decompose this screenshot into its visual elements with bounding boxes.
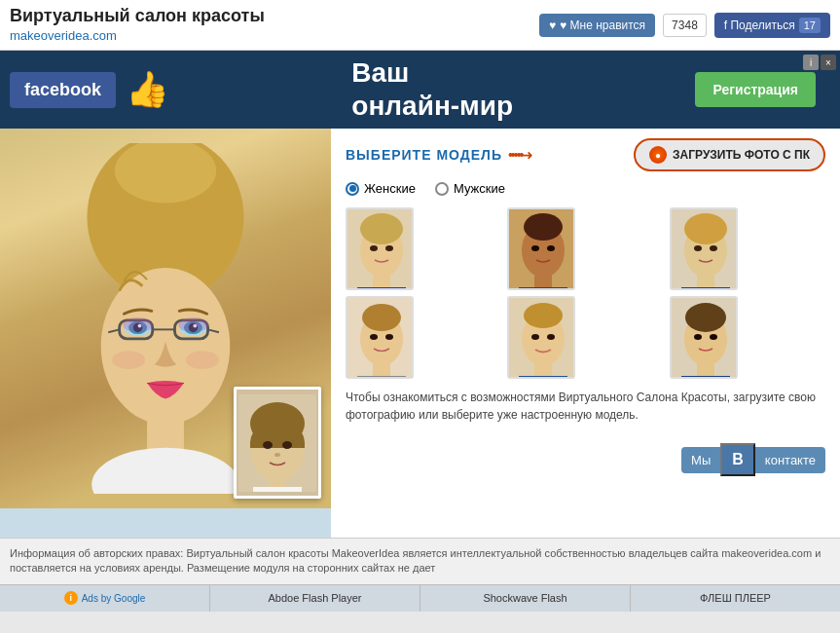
svg-point-48	[710, 245, 717, 251]
upload-circle-icon: ●	[649, 146, 667, 164]
info-icon: i	[810, 57, 812, 68]
model-thumb-3[interactable]	[670, 207, 738, 290]
close-icon: ×	[825, 57, 831, 68]
male-radio-dot	[435, 182, 449, 196]
female-label: Женские	[364, 181, 416, 196]
vk-we-label: Мы	[681, 447, 720, 473]
share-button[interactable]: f Поделиться 17	[714, 13, 830, 38]
female-radio-label[interactable]: Женские	[346, 181, 416, 196]
ad-close-button[interactable]: ×	[821, 55, 836, 70]
model-thumb-2[interactable]	[507, 207, 575, 290]
svg-point-46	[684, 213, 727, 244]
top-bar: Виртуальный салон красоты makeoveridea.c…	[0, 0, 840, 51]
small-photo	[234, 387, 321, 499]
footer-text: Информация об авторских правах: Виртуаль…	[10, 547, 821, 574]
model-grid	[346, 207, 825, 379]
share-label: f Поделиться	[724, 19, 795, 32]
svg-rect-50	[681, 287, 730, 290]
svg-point-18	[123, 317, 152, 332]
svg-point-47	[694, 245, 702, 251]
abdoe-label: Abdoe Flash Player	[269, 592, 362, 604]
flash-player-ru[interactable]: ФЛЕШ ПЛЕЕР	[631, 585, 840, 612]
svg-point-26	[282, 441, 292, 449]
banner-text: Вашонлайн-мир	[351, 56, 513, 122]
svg-point-62	[547, 334, 555, 340]
svg-rect-64	[519, 376, 567, 379]
svg-point-40	[531, 245, 539, 251]
svg-point-21	[186, 351, 219, 369]
svg-point-19	[178, 317, 207, 332]
model-thumb-4[interactable]	[346, 296, 414, 379]
model-thumb-5[interactable]	[507, 296, 575, 379]
male-label: Мужские	[454, 181, 505, 196]
social-buttons: ♥ ♥ Мне нравится 7348 f Поделиться 17	[539, 13, 830, 38]
like-button[interactable]: ♥ ♥ Мне нравится	[539, 14, 655, 37]
svg-point-33	[370, 245, 378, 251]
register-button[interactable]: Регистрация	[695, 72, 816, 107]
shockwave-label: Shockwave Flash	[483, 592, 566, 604]
svg-point-3	[91, 448, 239, 494]
site-title: Виртуальный салон красоты	[10, 6, 265, 26]
share-count: 17	[799, 18, 821, 33]
svg-point-39	[524, 213, 563, 241]
dots-arrow-icon: •••••➜	[508, 147, 532, 163]
model-thumb-1[interactable]	[346, 207, 414, 290]
vk-logo-button[interactable]: В	[720, 443, 755, 476]
vk-section: Мы В контакте	[346, 443, 825, 476]
svg-rect-29	[253, 487, 302, 492]
facebook-section: facebook 👍	[10, 69, 169, 110]
svg-rect-57	[357, 376, 406, 379]
thumbs-up-icon: 👍	[126, 69, 169, 110]
like-label: ♥ Мне нравится	[560, 19, 645, 32]
svg-point-25	[263, 441, 273, 449]
svg-point-67	[685, 303, 726, 332]
model-title: ВЫБЕРИТЕ МОДЕЛЬ	[346, 147, 502, 163]
abdoe-flash-player[interactable]: Abdoe Flash Player	[210, 585, 420, 612]
svg-rect-43	[519, 287, 567, 290]
svg-point-61	[531, 334, 539, 340]
flash-player-label: ФЛЕШ ПЛЕЕР	[700, 592, 771, 604]
ads-by-google[interactable]: i Ads by Google	[0, 585, 210, 612]
male-radio-label[interactable]: Мужские	[435, 181, 505, 196]
svg-point-68	[694, 334, 702, 340]
right-panel: ВЫБЕРИТЕ МОДЕЛЬ •••••➜ ● ЗАГРУЗИТЬ ФОТО …	[331, 129, 840, 538]
like-icon: ♥	[549, 19, 556, 32]
gender-row: Женские Мужские	[346, 181, 825, 196]
svg-point-54	[370, 334, 378, 340]
info-text: Чтобы ознакомиться с возможностями Вирту…	[346, 389, 825, 424]
ads-label: Ads by Google	[82, 593, 146, 604]
shockwave-flash[interactable]: Shockwave Flash	[420, 585, 631, 612]
ad-info-button[interactable]: i	[803, 55, 819, 70]
site-url[interactable]: makeoveridea.com	[10, 28, 117, 43]
page-wrapper: Виртуальный салон красоты makeoveridea.c…	[0, 0, 840, 612]
upload-label: ЗАГРУЗИТЬ ФОТО С ПК	[673, 148, 810, 162]
svg-point-60	[524, 303, 563, 328]
ads-info-icon: i	[64, 591, 78, 605]
main-photo-area	[0, 129, 331, 508]
like-count: 7348	[663, 14, 707, 37]
svg-rect-36	[357, 287, 406, 290]
svg-point-32	[360, 213, 403, 244]
small-face-image	[238, 394, 316, 492]
model-select-row: ВЫБЕРИТЕ МОДЕЛЬ •••••➜ ● ЗАГРУЗИТЬ ФОТО …	[346, 138, 825, 171]
svg-point-34	[385, 245, 393, 251]
vk-contact-label: контакте	[755, 447, 825, 473]
site-info: Виртуальный салон красоты makeoveridea.c…	[10, 6, 265, 44]
svg-point-20	[112, 351, 145, 369]
main-content: ВЫБЕРИТЕ МОДЕЛЬ •••••➜ ● ЗАГРУЗИТЬ ФОТО …	[0, 129, 840, 538]
svg-point-27	[274, 453, 280, 457]
svg-point-53	[362, 304, 401, 331]
bottom-bar: i Ads by Google Abdoe Flash Player Shock…	[0, 584, 840, 612]
svg-point-69	[710, 334, 717, 340]
upload-photo-button[interactable]: ● ЗАГРУЗИТЬ ФОТО С ПК	[634, 138, 825, 171]
svg-point-55	[385, 334, 393, 340]
ad-banner: facebook 👍 Вашонлайн-мир Регистрация i ×	[0, 51, 840, 129]
facebook-logo: facebook	[10, 72, 116, 108]
photo-panel	[0, 129, 331, 538]
svg-point-41	[547, 245, 555, 251]
female-radio-dot	[346, 182, 359, 196]
svg-rect-71	[681, 376, 730, 379]
model-thumb-6[interactable]	[670, 296, 738, 379]
footer-area: Информация об авторских правах: Виртуаль…	[0, 538, 840, 584]
